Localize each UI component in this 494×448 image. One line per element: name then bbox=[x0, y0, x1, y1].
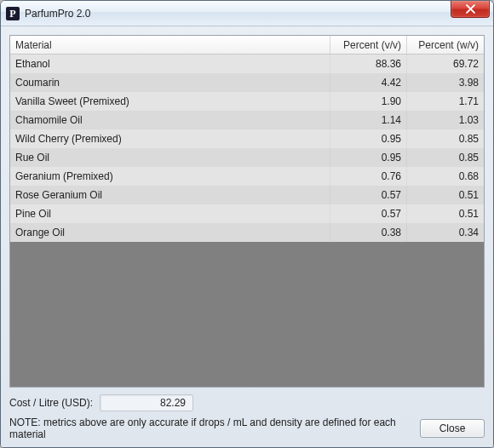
materials-table: Material Percent (v/v) Percent (w/v) Eth… bbox=[9, 35, 485, 388]
cost-label: Cost / Litre (USD): bbox=[9, 397, 93, 409]
window-title: ParfumPro 2.0 bbox=[25, 8, 90, 20]
cell-percent-wv: 0.51 bbox=[407, 204, 484, 223]
close-button-label: Close bbox=[439, 422, 466, 434]
cell-percent-wv: 3.98 bbox=[407, 73, 484, 92]
cell-percent-vv: 0.95 bbox=[330, 129, 407, 148]
app-window: P ParfumPro 2.0 Material Percent (v/v) P… bbox=[0, 0, 494, 448]
cell-material: Coumarin bbox=[10, 73, 330, 92]
cell-percent-wv: 0.85 bbox=[407, 148, 484, 167]
close-icon bbox=[466, 4, 475, 14]
cell-percent-vv: 0.57 bbox=[330, 204, 407, 223]
close-button[interactable]: Close bbox=[420, 419, 485, 438]
client-area: Material Percent (v/v) Percent (w/v) Eth… bbox=[1, 26, 493, 447]
cell-material: Wild Cherry (Premixed) bbox=[10, 129, 330, 148]
table-row[interactable]: Coumarin4.423.98 bbox=[10, 73, 484, 92]
note-text: NOTE: metrics above are only accurate if… bbox=[9, 416, 420, 440]
cell-percent-vv: 0.76 bbox=[330, 167, 407, 186]
cell-material: Pine Oil bbox=[10, 204, 330, 223]
table-body: Ethanol88.3669.72Coumarin4.423.98Vanilla… bbox=[10, 55, 484, 242]
table-row[interactable]: Rue Oil0.950.85 bbox=[10, 148, 484, 167]
table-row[interactable]: Chamomile Oil1.141.03 bbox=[10, 111, 484, 129]
cell-material: Ethanol bbox=[10, 55, 330, 73]
table-row[interactable]: Orange Oil0.380.34 bbox=[10, 223, 484, 242]
cell-percent-wv: 0.68 bbox=[407, 167, 484, 186]
cell-percent-vv: 0.95 bbox=[330, 148, 407, 167]
table-row[interactable]: Wild Cherry (Premixed)0.950.85 bbox=[10, 129, 484, 148]
cell-percent-vv: 1.14 bbox=[330, 111, 407, 129]
cell-material: Rue Oil bbox=[10, 148, 330, 167]
table-header: Material Percent (v/v) Percent (w/v) bbox=[10, 36, 484, 55]
cell-percent-vv: 1.90 bbox=[330, 92, 407, 111]
cell-material: Orange Oil bbox=[10, 223, 330, 242]
cell-material: Geranium (Premixed) bbox=[10, 167, 330, 186]
cell-percent-wv: 69.72 bbox=[407, 55, 484, 73]
table-row[interactable]: Ethanol88.3669.72 bbox=[10, 55, 484, 73]
cell-percent-wv: 0.85 bbox=[407, 129, 484, 148]
table-row[interactable]: Vanilla Sweet (Premixed)1.901.71 bbox=[10, 92, 484, 111]
col-header-percent-vv[interactable]: Percent (v/v) bbox=[330, 36, 407, 54]
cost-field: 82.29 bbox=[100, 394, 193, 411]
cell-percent-vv: 88.36 bbox=[330, 55, 407, 73]
titlebar[interactable]: P ParfumPro 2.0 bbox=[1, 1, 493, 26]
cell-percent-wv: 0.34 bbox=[407, 223, 484, 242]
table-row[interactable]: Pine Oil0.570.51 bbox=[10, 204, 484, 223]
col-header-percent-wv[interactable]: Percent (w/v) bbox=[407, 36, 484, 54]
cell-percent-wv: 1.03 bbox=[407, 111, 484, 129]
app-icon: P bbox=[6, 7, 20, 20]
table-row[interactable]: Rose Geranium Oil0.570.51 bbox=[10, 186, 484, 204]
note-row: NOTE: metrics above are only accurate if… bbox=[9, 416, 485, 440]
window-close-button[interactable] bbox=[451, 1, 490, 18]
cell-material: Chamomile Oil bbox=[10, 111, 330, 129]
cost-value: 82.29 bbox=[160, 397, 186, 409]
cell-material: Rose Geranium Oil bbox=[10, 186, 330, 204]
table-row[interactable]: Geranium (Premixed)0.760.68 bbox=[10, 167, 484, 186]
cell-percent-vv: 0.57 bbox=[330, 186, 407, 204]
cell-material: Vanilla Sweet (Premixed) bbox=[10, 92, 330, 111]
cell-percent-vv: 0.38 bbox=[330, 223, 407, 242]
cell-percent-wv: 1.71 bbox=[407, 92, 484, 111]
cost-row: Cost / Litre (USD): 82.29 bbox=[9, 394, 485, 411]
cell-percent-vv: 4.42 bbox=[330, 73, 407, 92]
cell-percent-wv: 0.51 bbox=[407, 186, 484, 204]
col-header-material[interactable]: Material bbox=[10, 36, 330, 54]
